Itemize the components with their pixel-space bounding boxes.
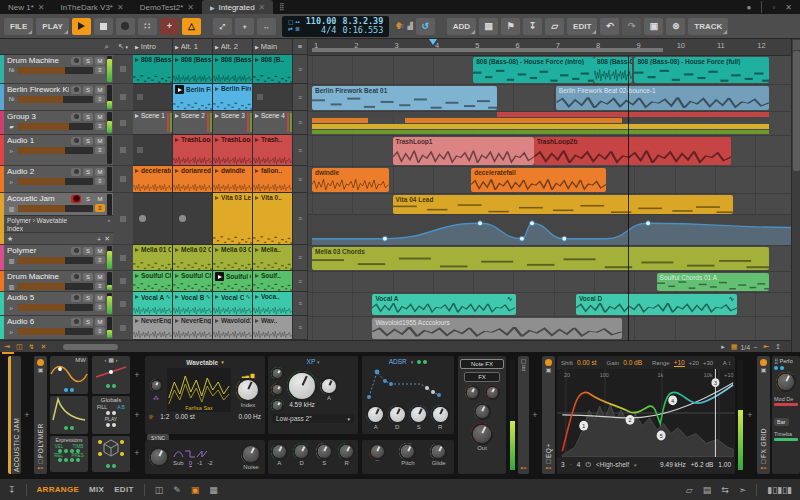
minimize-icon[interactable]: ▫ bbox=[772, 3, 775, 12]
adsr-panel[interactable]: ADSR▾ A D S R bbox=[362, 356, 454, 434]
track-list-header[interactable]: ⌕ bbox=[0, 39, 113, 55]
arranger-track-lane[interactable]: Berlin Firework Beat 01Berlin Firework B… bbox=[308, 85, 791, 112]
eq-band-q[interactable]: 1.00 bbox=[718, 461, 731, 468]
mute-button[interactable]: M bbox=[95, 86, 105, 94]
record-arm-button[interactable] bbox=[71, 195, 81, 203]
arranger-clip[interactable]: Soulful Chords 01 A bbox=[657, 273, 770, 291]
track-row[interactable]: Group 3SM▰≡ bbox=[0, 111, 113, 135]
scroll-top-icon[interactable]: ↥ bbox=[775, 343, 781, 351]
eq-range-30[interactable]: +30 bbox=[703, 360, 713, 366]
play-start-marker[interactable] bbox=[429, 39, 437, 45]
mute-button[interactable]: M bbox=[95, 273, 105, 281]
osc-detune-value[interactable]: 0.00 st bbox=[175, 413, 195, 420]
fxgrid-power-icon[interactable] bbox=[760, 359, 767, 366]
automation-lane[interactable] bbox=[308, 214, 791, 245]
device-hscrollbar[interactable] bbox=[2, 352, 14, 354]
perf-panel-label[interactable]: Perfo bbox=[780, 358, 793, 364]
duplicate-button[interactable]: ▣ bbox=[644, 18, 663, 35]
scene-launch-button[interactable]: ≡ bbox=[293, 245, 307, 270]
track-row[interactable]: Audio 6SM▹≡ bbox=[0, 316, 113, 340]
track-footer-icon-d[interactable]: ✕ bbox=[40, 343, 46, 351]
clip-slot[interactable]: Vocal A∿ bbox=[133, 292, 173, 315]
view-mix[interactable]: MIX bbox=[89, 485, 104, 494]
punch-in-button[interactable]: ⤢ bbox=[213, 18, 232, 35]
solo-button[interactable]: S bbox=[83, 294, 93, 302]
adsr-graph[interactable] bbox=[365, 367, 451, 401]
clip-slot[interactable]: Scene 4 bbox=[253, 111, 293, 134]
track-row[interactable]: Audio 1SM▹≡ bbox=[0, 135, 113, 166]
arranger-track-lane[interactable]: TrashLoop1TrashLoop2b bbox=[308, 136, 791, 167]
clip-slot[interactable]: Scene 2 bbox=[173, 111, 213, 134]
volume-slider[interactable] bbox=[18, 96, 93, 103]
cutoff-value[interactable]: 4.59 kHz bbox=[289, 401, 315, 408]
arranger-track-lane[interactable]: Vita 04 Lead bbox=[308, 194, 791, 246]
clip-stop-button[interactable] bbox=[113, 55, 133, 84]
clip-slot[interactable]: TrashLoop1 bbox=[173, 135, 213, 165]
panel-remote-icon[interactable]: ▢ bbox=[521, 358, 527, 365]
mod-lfo-cell[interactable]: MW bbox=[50, 356, 88, 394]
filter-mode-dropdown[interactable]: Low-pass 2″▾ bbox=[272, 414, 354, 423]
fxgrid-remote-icon[interactable]: ▢ bbox=[761, 458, 767, 465]
track-name[interactable]: Berlin Firework Kit bbox=[7, 85, 69, 94]
arranger-clip[interactable]: Vocal D∿ bbox=[576, 294, 737, 315]
arranger-clip[interactable]: Berlin Firework Beat 01 bbox=[312, 86, 497, 110]
eq-band-next[interactable]: 4 bbox=[577, 461, 581, 468]
clip-slot[interactable]: Mella 02 C.. bbox=[173, 245, 213, 270]
clip-slot[interactable]: fallon.. bbox=[253, 166, 293, 192]
mixer-panel-toggle-icon[interactable]: ▦ bbox=[209, 485, 218, 495]
eq-band-power-icon[interactable]: ⏻ bbox=[585, 461, 591, 469]
clip-slot[interactable]: Trash.. bbox=[253, 135, 293, 165]
sub-oct-0[interactable]: 0 bbox=[189, 460, 192, 467]
clip-stop-button[interactable] bbox=[113, 111, 133, 135]
track-menu-button[interactable]: ≡ bbox=[95, 146, 105, 154]
clip-slot[interactable]: NeverEngin.. bbox=[173, 316, 213, 339]
add-automation-icon[interactable]: + bbox=[97, 236, 101, 243]
track-row[interactable]: Drum MachineSMNi≡ bbox=[0, 55, 113, 84]
clip-slot[interactable] bbox=[253, 84, 293, 110]
bar-button[interactable]: Bar bbox=[774, 418, 789, 426]
clip-slot[interactable]: deceleratefall bbox=[133, 166, 173, 192]
pitch-glide-panel[interactable]: ⌒ Pitch Glide bbox=[362, 440, 454, 474]
mute-button[interactable]: M bbox=[95, 195, 105, 203]
clip-slot[interactable]: dorianredu.. bbox=[173, 166, 213, 192]
clip-stop-button[interactable] bbox=[113, 135, 133, 166]
track-row[interactable]: Audio 2SM▹≡ bbox=[0, 166, 113, 193]
project-tab[interactable]: DemoTest2*✕ bbox=[132, 0, 202, 14]
arranger-clip[interactable]: Berlin Firework Beat 02-bounce-1 bbox=[556, 86, 770, 110]
clip-slot[interactable]: NeverEngin.. bbox=[133, 316, 173, 339]
inspector-toggle-icon[interactable]: ▤ bbox=[703, 485, 712, 495]
scene-launch-button[interactable]: ≡ bbox=[293, 135, 307, 165]
volume-slider[interactable] bbox=[18, 178, 93, 185]
fx-button[interactable]: FX bbox=[464, 372, 500, 382]
delete-button[interactable]: ⊗ bbox=[666, 18, 685, 35]
automation-curve[interactable] bbox=[308, 215, 791, 245]
osc-ratio-value[interactable]: 1:2 bbox=[160, 413, 169, 420]
arranger-clip[interactable]: TrashLoop2b bbox=[534, 137, 731, 165]
add-modulator-3[interactable]: + bbox=[131, 448, 143, 458]
track-row[interactable]: Audio 5SM▹≡ bbox=[0, 292, 113, 316]
panel-grid-icon[interactable]: ⣿ bbox=[521, 365, 525, 372]
track-name[interactable]: Audio 5 bbox=[7, 293, 69, 302]
scene-launch-button[interactable]: ≡ bbox=[293, 111, 307, 134]
view-edit[interactable]: EDIT bbox=[114, 485, 133, 494]
filter-env-panel[interactable]: A D S R bbox=[268, 440, 358, 474]
clip-slot[interactable]: 808 (Bass-.. bbox=[133, 55, 173, 83]
polymer-device-titlebar[interactable]: ▣ POLYMER ▢ ⊷ bbox=[34, 356, 47, 474]
fxgrid-device-titlebar[interactable]: ▣ FX GRID ▢ ⊷ bbox=[757, 356, 770, 474]
solo-button[interactable]: S bbox=[83, 168, 93, 176]
clip-slot[interactable]: Berlin Fire.. bbox=[213, 84, 253, 110]
arranger-clip[interactable]: 808 (Bass-08) - House Force (intro) bbox=[473, 57, 594, 83]
wavetable-name[interactable]: Farfisa Sax bbox=[185, 405, 213, 411]
mod-expressions-cell[interactable]: Expressions VELTIMB RELPRES bbox=[50, 436, 88, 472]
record-arm-button[interactable] bbox=[71, 137, 81, 145]
wavetable-osc-panel[interactable]: Wavetable ▾ ⁂ Farfisa Sax ▂▄ ▆ bbox=[145, 356, 265, 434]
solo-button[interactable]: S bbox=[83, 137, 93, 145]
track-name[interactable]: Acoustic Jam bbox=[7, 194, 69, 203]
clip-slot[interactable]: 808 (Bass-.. bbox=[213, 55, 253, 83]
play-button[interactable] bbox=[72, 18, 91, 35]
scene-launch-button[interactable]: ≡ bbox=[293, 84, 307, 110]
project-tab[interactable]: InTheDark V3*✕ bbox=[53, 0, 132, 14]
track-name[interactable]: Audio 2 bbox=[7, 167, 69, 176]
device-panel-toggle-icon[interactable]: ▣ bbox=[191, 485, 200, 495]
track-footer-icon-a[interactable]: ⇥ bbox=[4, 343, 10, 351]
